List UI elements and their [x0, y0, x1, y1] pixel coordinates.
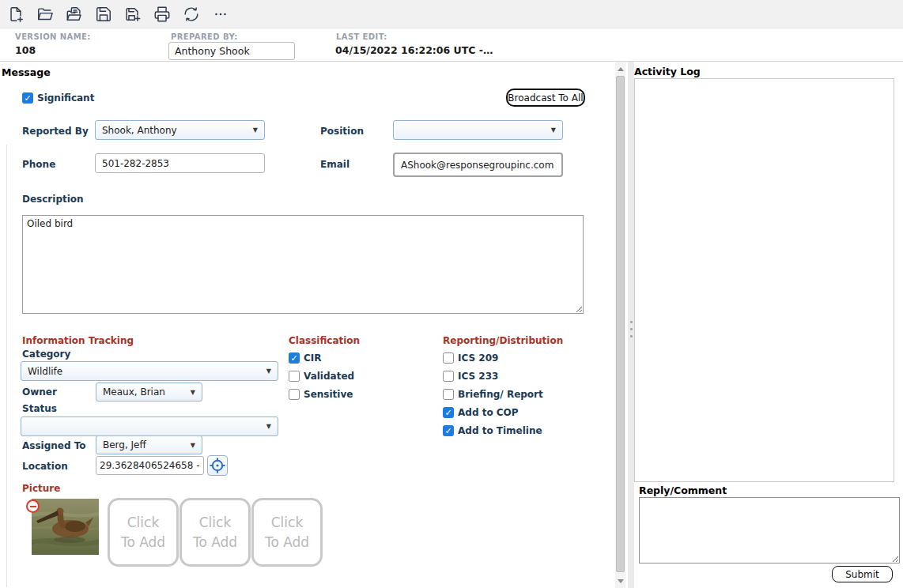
add-to-cop-label: Add to COP — [458, 407, 519, 418]
save-as-button[interactable] — [123, 5, 142, 24]
open-file-icon — [66, 6, 83, 23]
owner-dropdown[interactable]: Meaux, Brian ▼ — [96, 383, 202, 401]
sensitive-checkbox-row: Sensitive — [289, 389, 353, 400]
reported-by-value: Shook, Anthony — [102, 125, 248, 136]
ics-209-label: ICS 209 — [458, 352, 498, 364]
version-name-value: 108 — [15, 44, 36, 56]
scrollbar-thumb[interactable] — [616, 76, 625, 572]
add-to-cop-checkbox[interactable] — [443, 407, 454, 418]
category-dropdown[interactable]: Wildlife ▼ — [21, 361, 278, 381]
ics-233-checkbox[interactable] — [443, 371, 454, 382]
activity-log-title: Activity Log — [634, 66, 701, 77]
new-document-icon — [7, 6, 25, 23]
print-icon — [153, 6, 171, 23]
cir-checkbox[interactable] — [289, 352, 300, 364]
owner-value: Meaux, Brian — [103, 386, 186, 398]
significant-label: Significant — [37, 92, 94, 104]
add-picture-label: Click To Add — [264, 513, 310, 552]
picture-title: Picture — [22, 483, 60, 494]
assigned-to-dropdown[interactable]: Berg, Jeff ▼ — [96, 435, 202, 454]
information-tracking-title: Information Tracking — [22, 335, 134, 346]
phone-input[interactable] — [95, 153, 265, 173]
reply-comment-textarea[interactable] — [639, 497, 900, 564]
broadcast-to-all-button[interactable]: Broadcast To All — [506, 89, 585, 107]
open-folder-button[interactable] — [36, 5, 55, 24]
save-icon — [95, 6, 112, 23]
add-picture-button-1[interactable]: Click To Add — [108, 498, 179, 567]
document-meta-bar: VERSION NAME: 108 PREPARED BY: LAST EDIT… — [0, 28, 903, 62]
remove-photo-button[interactable] — [26, 499, 40, 513]
chevron-down-icon: ▼ — [191, 442, 195, 449]
classification-title: Classification — [289, 335, 360, 346]
add-picture-button-3[interactable]: Click To Add — [251, 498, 323, 567]
add-picture-label: Click To Add — [120, 513, 166, 552]
ics-209-checkbox[interactable] — [443, 352, 454, 364]
open-folder-icon — [36, 6, 54, 23]
prepared-by-input[interactable] — [168, 42, 295, 60]
email-label: Email — [320, 159, 349, 170]
chevron-down-icon: ▼ — [551, 126, 556, 134]
add-to-cop-checkbox-row: Add to COP — [443, 407, 519, 418]
save-as-icon — [124, 6, 142, 23]
refresh-button[interactable] — [182, 5, 201, 24]
description-textarea[interactable]: Oiled bird — [22, 215, 584, 314]
last-edit-value: 04/15/2022 16:22:06 UTC -… — [335, 44, 493, 56]
ics-209-checkbox-row: ICS 209 — [443, 352, 498, 364]
briefing-report-checkbox-row: Briefing/ Report — [443, 389, 543, 400]
add-to-timeline-checkbox-row: Add to Timeline — [443, 425, 542, 436]
chevron-down-icon: ▼ — [191, 389, 195, 396]
phone-label: Phone — [22, 159, 55, 170]
more-options-button[interactable] — [211, 5, 230, 24]
owner-label: Owner — [22, 386, 57, 398]
print-button[interactable] — [153, 5, 172, 24]
reply-comment-title: Reply/Comment — [639, 484, 727, 496]
pick-location-button[interactable] — [207, 455, 228, 476]
add-to-timeline-checkbox[interactable] — [443, 425, 454, 436]
scroll-down-arrow-icon[interactable] — [615, 575, 625, 586]
validated-checkbox[interactable] — [289, 371, 300, 382]
message-section-title: Message — [2, 66, 51, 78]
ics-233-checkbox-row: ICS 233 — [443, 371, 498, 382]
reported-by-dropdown[interactable]: Shook, Anthony ▼ — [95, 120, 265, 140]
last-edit-label: LAST EDIT: — [336, 32, 387, 41]
position-dropdown[interactable]: ▼ — [393, 120, 563, 140]
category-value: Wildlife — [28, 366, 262, 377]
status-dropdown[interactable]: ▼ — [21, 416, 278, 436]
email-input[interactable] — [393, 153, 563, 177]
submit-button[interactable]: Submit — [832, 566, 893, 582]
activity-log-list[interactable] — [634, 78, 894, 482]
scroll-up-arrow-icon[interactable] — [615, 63, 625, 74]
activity-panel: Activity Log Reply/Comment Submit — [634, 62, 903, 588]
save-button[interactable] — [94, 5, 113, 24]
crosshair-locate-icon — [210, 458, 225, 473]
sensitive-label: Sensitive — [304, 389, 353, 400]
form-panel-scrollbar[interactable] — [615, 62, 625, 588]
cir-checkbox-row: CIR — [289, 352, 322, 364]
significant-checkbox[interactable] — [22, 92, 33, 104]
sensitive-checkbox[interactable] — [289, 389, 300, 400]
briefing-report-label: Briefing/ Report — [458, 389, 543, 400]
add-picture-button-2[interactable]: Click To Add — [179, 498, 251, 567]
photo-thumbnail[interactable] — [32, 499, 99, 555]
open-file-button[interactable] — [65, 5, 84, 24]
location-input[interactable] — [96, 456, 204, 475]
toolbar — [0, 0, 903, 28]
new-document-button[interactable] — [6, 5, 25, 24]
reporting-distribution-title: Reporting/Distribution — [443, 335, 563, 346]
category-label: Category — [22, 349, 70, 360]
significant-checkbox-row: Significant — [22, 92, 94, 104]
location-label: Location — [22, 461, 68, 472]
status-label: Status — [22, 403, 57, 414]
description-label: Description — [22, 194, 84, 205]
ics-233-label: ICS 233 — [458, 371, 498, 382]
add-to-timeline-label: Add to Timeline — [458, 425, 542, 436]
assigned-to-label: Assigned To — [22, 440, 86, 451]
briefing-report-checkbox[interactable] — [443, 389, 454, 400]
validated-checkbox-row: Validated — [289, 371, 354, 382]
cir-label: CIR — [304, 352, 322, 364]
panel-splitter-handle[interactable] — [628, 62, 634, 588]
chevron-down-icon: ▼ — [253, 126, 258, 134]
version-name-label: VERSION NAME: — [15, 32, 91, 41]
chevron-down-icon: ▼ — [266, 368, 271, 375]
chevron-down-icon: ▼ — [266, 423, 271, 430]
